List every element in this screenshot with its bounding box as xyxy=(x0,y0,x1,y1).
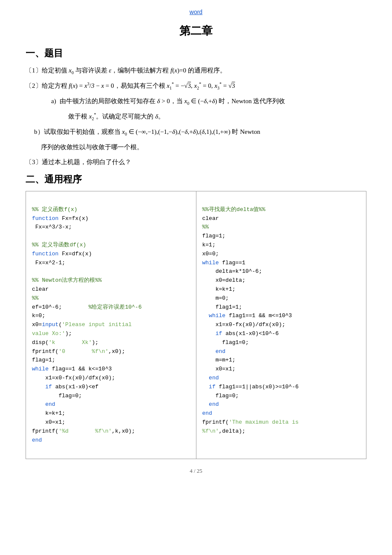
section2-title: 二、通用程序 xyxy=(26,173,366,186)
code-kw: end xyxy=(209,375,219,381)
code-kw: if xyxy=(209,384,216,390)
code-container: %% 定义函数f(x) function Fx=fx(x) Fx=x^3/3-x… xyxy=(26,191,366,459)
code-left: %% 定义函数f(x) function Fx=fx(x) Fx=x^3/3-x… xyxy=(26,191,196,459)
code-str: value Xo:' xyxy=(32,330,65,337)
chapter-title: 第二章 xyxy=(26,23,366,38)
code-str: 'The maximun delta is %f\n' xyxy=(202,419,299,434)
code-comment: %% 定义导函数df(x) xyxy=(32,242,86,248)
code-kw: if xyxy=(216,330,222,337)
code-kw: end xyxy=(209,401,219,408)
code-comment: %给定容许误差10^-6 xyxy=(89,304,142,310)
item2b: b）试取假如干初始值，观察当 x0 ∈ (−∞,−1),(−1,−δ),(−δ,… xyxy=(34,126,366,138)
item2b-cont: 序列的收敛性以与收敛于哪一个根。 xyxy=(41,142,366,153)
code-comment: %% xyxy=(32,295,39,301)
code-str: 'Please input initial xyxy=(62,321,132,328)
item2a-cont: 敛于根 x2*。试确定尽可能大的 δ。 xyxy=(68,111,366,123)
item1: 〔1〕给定初值 x0 与容许误差 ε，编制牛顿法解方程 f(x)=0 的通用程序… xyxy=(26,65,366,77)
code-kw: end xyxy=(32,437,42,443)
code-kw: function xyxy=(32,251,58,257)
code-right: %%寻找最大的delta值%% clear %% flag=1; k=1; x0… xyxy=(196,191,366,459)
code-comment: %%寻找最大的delta值%% xyxy=(202,206,265,213)
code-kw: while xyxy=(32,366,49,372)
code-str: 'k Xk' xyxy=(49,339,92,346)
pager: 4 / 25 xyxy=(26,468,366,474)
section1-title: 一、题目 xyxy=(26,47,366,60)
code-kw: while xyxy=(209,312,225,319)
code-comment: %% 定义函数f(x) xyxy=(32,206,78,213)
code-comment: %% xyxy=(202,224,209,230)
code-comment: %% Newton法求方程的根%% xyxy=(32,277,102,283)
code-kw: function xyxy=(32,215,58,222)
item3: 〔3〕通过本上机题，你明白了什么？ xyxy=(26,156,366,168)
code-kw: if xyxy=(45,384,52,390)
item2: 〔2〕给定方程 f(x) = x3/3 − x = 0，易知其有三个根 x1* … xyxy=(26,80,366,92)
code-kw: input xyxy=(42,321,58,328)
code-str: '0 %f\n' xyxy=(58,348,108,355)
code-kw: end xyxy=(202,410,212,416)
top-link[interactable]: word xyxy=(26,9,366,16)
code-str: '%d %f\n' xyxy=(58,428,112,434)
code-kw: end xyxy=(45,401,55,408)
item2a: a)由牛顿方法的局部收敛性可知存在 δ > 0，当 x0 ∈ (−δ,+δ) 时… xyxy=(51,95,366,107)
code-kw: end xyxy=(216,348,225,355)
code-kw: while xyxy=(202,260,219,266)
word-link[interactable]: word xyxy=(190,9,202,15)
